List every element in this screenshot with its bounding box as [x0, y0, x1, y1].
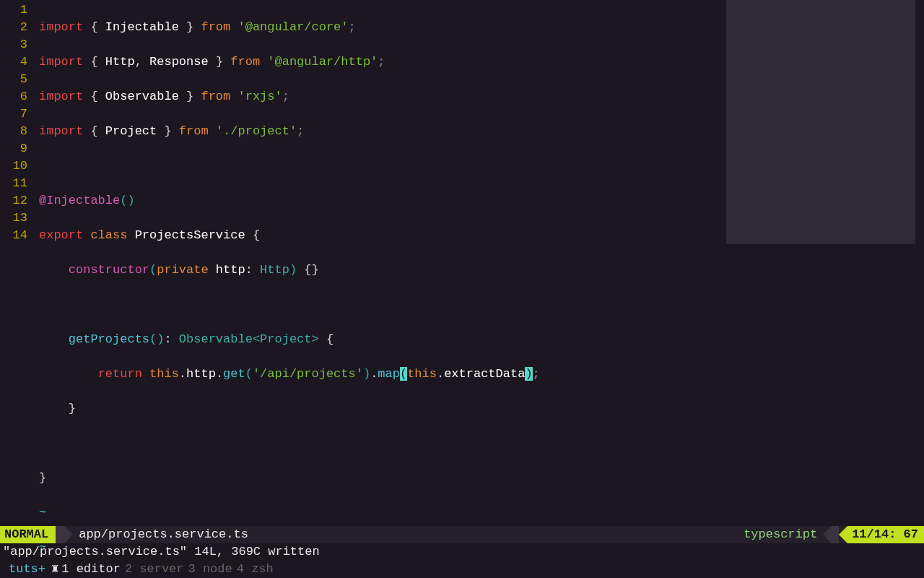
line-number: 4: [0, 53, 27, 71]
line-number: 2: [0, 19, 27, 36]
editor-area[interactable]: 1 2 3 4 5 6 7 8 9 10 11 12 13 14 import …: [0, 0, 924, 526]
code-line: import { Observable } from 'rxjs';: [39, 88, 924, 105]
tilde-line: ~: [39, 504, 924, 522]
code-line: [39, 158, 924, 175]
code-line: @Injectable(): [39, 192, 924, 210]
cursor-position: 11/14: 67: [847, 526, 924, 543]
line-number: 14: [0, 227, 27, 244]
tmux-window[interactable]: 1 editor: [61, 561, 121, 578]
line-number: 7: [0, 105, 27, 123]
code-line: return this.http.get('/api/projects').ma…: [39, 366, 924, 383]
tmux-window[interactable]: 2 server: [125, 561, 184, 578]
code-line: import { Http, Response } from '@angular…: [39, 53, 924, 71]
separator-icon: [832, 526, 839, 543]
line-number: 6: [0, 88, 27, 105]
code-line: [39, 296, 924, 314]
line-number: 13: [0, 210, 27, 227]
code-line: import { Injectable } from '@angular/cor…: [39, 19, 924, 36]
separator-icon: [56, 526, 64, 543]
line-number: 11: [0, 175, 27, 192]
status-bar: NORMAL app/projects.service.ts typescrip…: [0, 526, 924, 543]
line-number: 9: [0, 140, 27, 158]
matching-paren-open: (: [400, 367, 407, 381]
line-number: 8: [0, 123, 27, 140]
separator-icon: [839, 526, 847, 543]
file-path: app/projects.service.ts: [64, 526, 744, 543]
vim-message: "app/projects.service.ts" 14L, 369C writ…: [0, 543, 924, 561]
tmux-icon: ♜: [51, 561, 58, 578]
file-type: typescript: [744, 526, 823, 543]
separator-icon: [823, 526, 832, 543]
code-line: }: [39, 470, 924, 487]
line-number: 5: [0, 71, 27, 88]
code-line: import { Project } from './project';: [39, 123, 924, 140]
code-content[interactable]: import { Injectable } from '@angular/cor…: [39, 0, 924, 578]
code-line: [39, 435, 924, 452]
line-number: 3: [0, 36, 27, 53]
line-number: 1: [0, 1, 27, 19]
line-number: 10: [0, 158, 27, 175]
tmux-window[interactable]: 3 node: [188, 561, 232, 578]
gutter: 1 2 3 4 5 6 7 8 9 10 11 12 13 14: [0, 0, 33, 244]
code-line: }: [39, 400, 924, 418]
line-number: 12: [0, 192, 27, 210]
code-line: constructor(private http: Http) {}: [39, 262, 924, 279]
matching-paren-close: ): [525, 367, 532, 381]
tmux-status-bar: tuts+ ♜ 1 editor 2 server 3 node 4 zsh: [0, 561, 924, 578]
code-line: export class ProjectsService {: [39, 227, 924, 244]
vim-mode-indicator: NORMAL: [0, 526, 56, 543]
tmux-window[interactable]: 4 zsh: [237, 561, 274, 578]
code-line: getProjects(): Observable<Project> {: [39, 331, 924, 348]
tmux-session-name: tuts+: [9, 561, 45, 578]
